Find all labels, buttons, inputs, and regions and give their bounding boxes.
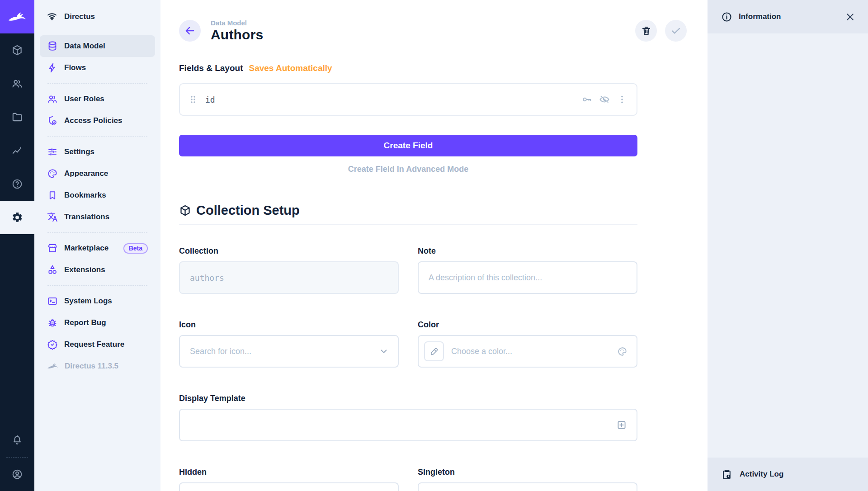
- directus-rabbit-icon: [47, 363, 58, 370]
- icon-input-box[interactable]: [179, 335, 399, 368]
- drag-handle-icon[interactable]: [190, 95, 196, 104]
- terminal-icon: [47, 296, 58, 307]
- icon-field: Icon: [179, 320, 399, 368]
- display-template-input[interactable]: [190, 420, 610, 430]
- note-field: Note: [418, 246, 637, 294]
- module-settings[interactable]: [0, 201, 34, 234]
- sidebar-item-appearance[interactable]: Appearance: [40, 163, 155, 184]
- box-icon: [179, 204, 191, 217]
- sidebar-item-settings[interactable]: Settings: [40, 141, 155, 163]
- chevron-down-icon[interactable]: [379, 346, 389, 356]
- color-input[interactable]: [451, 347, 612, 356]
- field-row-id[interactable]: id: [179, 83, 637, 116]
- users-icon: [11, 78, 23, 90]
- icon-label: Icon: [179, 320, 399, 330]
- sidebar-item-label: Bookmarks: [64, 191, 106, 200]
- module-files[interactable]: [0, 100, 34, 134]
- singleton-field: Singleton: [418, 467, 637, 491]
- project-header[interactable]: Directus: [34, 0, 160, 33]
- sidebar-item-report-bug[interactable]: Report Bug: [40, 312, 155, 334]
- module-users[interactable]: [0, 67, 34, 100]
- insights-icon: [11, 145, 23, 156]
- beta-badge: Beta: [123, 243, 148, 254]
- user-roles-icon: [47, 94, 58, 104]
- sidebar-item-marketplace[interactable]: Marketplace Beta: [40, 237, 155, 259]
- eyedropper-icon[interactable]: [424, 341, 444, 361]
- more-vertical-icon[interactable]: [617, 94, 627, 105]
- form-row: Display Template: [179, 394, 637, 441]
- sidebar-item-label: Flows: [64, 63, 86, 72]
- activity-log-button[interactable]: Activity Log: [708, 458, 868, 491]
- content-column: Fields & Layout Saves Automatically id C…: [179, 63, 637, 491]
- sidebar-item-label: Translations: [64, 212, 109, 222]
- notifications-button[interactable]: [0, 424, 34, 457]
- add-box-icon[interactable]: [616, 419, 627, 431]
- display-template-input-box[interactable]: [179, 409, 637, 441]
- display-template-label: Display Template: [179, 394, 637, 403]
- sidebar-item-label: Settings: [64, 147, 94, 156]
- sidebar-item-flows[interactable]: Flows: [40, 57, 155, 79]
- save-button[interactable]: [665, 20, 687, 42]
- right-sidebar: Information Activity Log: [708, 0, 868, 491]
- collection-setup-title: Collection Setup: [196, 203, 300, 218]
- hidden-input-box[interactable]: [179, 482, 399, 491]
- sidebar-item-data-model[interactable]: Data Model: [40, 35, 155, 57]
- display-template-field: Display Template: [179, 394, 637, 441]
- section-divider: [179, 224, 637, 225]
- collection-input: [190, 273, 389, 283]
- tune-icon: [47, 146, 58, 157]
- form-row: Icon Color: [179, 320, 637, 368]
- header-actions: [635, 20, 687, 42]
- palette-icon: [47, 168, 58, 179]
- color-input-box[interactable]: [418, 335, 637, 368]
- sidebar-item-label: Marketplace: [64, 244, 108, 253]
- autosave-note: Saves Automatically: [249, 63, 332, 73]
- delete-collection-button[interactable]: [635, 20, 657, 42]
- directus-rabbit-icon: [8, 11, 27, 23]
- version-label: Directus 11.3.5: [65, 362, 118, 371]
- create-field-button[interactable]: Create Field: [179, 135, 637, 156]
- storefront-icon: [47, 243, 58, 254]
- sidebar-item-system-logs[interactable]: System Logs: [40, 290, 155, 312]
- project-name: Directus: [64, 12, 95, 21]
- note-input[interactable]: [429, 273, 627, 283]
- main-content: Data Model Authors Fields & Layout Saves…: [160, 0, 708, 491]
- collection-setup-heading: Collection Setup: [179, 203, 637, 218]
- clipboard-clock-icon: [721, 469, 732, 480]
- fields-layout-header: Fields & Layout Saves Automatically: [179, 63, 637, 73]
- module-insights[interactable]: [0, 134, 34, 167]
- connection-signal-icon: [46, 11, 58, 23]
- account-button[interactable]: [0, 458, 34, 491]
- icon-search-input[interactable]: [190, 347, 373, 356]
- key-icon: [581, 94, 592, 105]
- sidebar-item-request-feature[interactable]: Request Feature: [40, 334, 155, 355]
- module-content[interactable]: [0, 33, 34, 67]
- directus-logo-button[interactable]: [0, 0, 34, 33]
- app-version: Directus 11.3.5: [40, 355, 155, 377]
- sidebar-item-translations[interactable]: Translations: [40, 206, 155, 228]
- sidebar-item-user-roles[interactable]: User Roles: [40, 88, 155, 110]
- sidebar-item-bookmarks[interactable]: Bookmarks: [40, 184, 155, 206]
- files-folder-icon: [11, 111, 23, 123]
- check-icon: [670, 25, 682, 37]
- account-circle-icon: [11, 468, 23, 480]
- back-button[interactable]: [179, 20, 201, 42]
- hidden-label: Hidden: [179, 467, 399, 477]
- bolt-icon: [47, 62, 58, 73]
- create-field-advanced-link[interactable]: Create Field in Advanced Mode: [179, 165, 637, 174]
- nav-divider: [47, 285, 147, 286]
- module-help[interactable]: [0, 167, 34, 201]
- collection-label: Collection: [179, 246, 399, 256]
- sidebar-item-extensions[interactable]: Extensions: [40, 259, 155, 281]
- activity-log-label: Activity Log: [740, 470, 783, 479]
- collection-field: Collection: [179, 246, 399, 294]
- extensions-icon: [47, 264, 58, 275]
- eye-off-icon: [599, 94, 610, 105]
- sidebar-item-access-policies[interactable]: Access Policies: [40, 110, 155, 132]
- close-icon[interactable]: [845, 12, 855, 22]
- nav-sidebar: Directus Data Model Flows User Roles: [34, 0, 160, 491]
- palette-icon: [617, 346, 627, 357]
- singleton-input-box[interactable]: [418, 482, 637, 491]
- nav-divider: [47, 232, 147, 233]
- page-header: Data Model Authors: [160, 0, 708, 42]
